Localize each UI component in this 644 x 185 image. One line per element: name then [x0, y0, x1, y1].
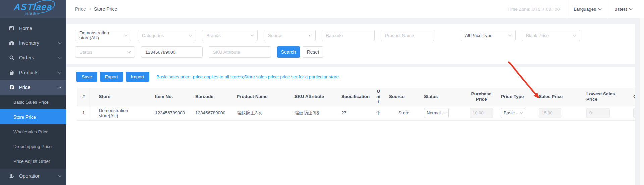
cell-purchase-price — [466, 106, 497, 120]
chevron-down-icon — [58, 174, 62, 177]
sidebar-item-label: Products — [19, 70, 59, 75]
blank-price-placeholder: Blank Price — [526, 33, 549, 38]
price-type-select[interactable]: All Price Type — [461, 30, 516, 41]
status-row-select[interactable]: Normal — [424, 108, 449, 118]
operation-user-icon — [9, 173, 14, 179]
source-placeholder: Source — [268, 33, 282, 38]
submenu-item-dropshipping-price[interactable]: Dropshipping Price — [0, 139, 66, 154]
breadcrumb-root[interactable]: Price — [75, 6, 86, 12]
breadcrumb-separator: > — [89, 6, 91, 12]
cell-sales-price — [535, 106, 582, 120]
product-name-input[interactable] — [381, 30, 434, 41]
timezone-label: Time Zone: UTC + 08 : 00 — [507, 7, 567, 12]
save-button[interactable]: Save — [76, 72, 97, 82]
price-hint-text: Basic sales price: price applies to all … — [156, 74, 339, 79]
cut-price-input — [633, 108, 635, 118]
brands-select[interactable]: Brands — [202, 30, 258, 41]
chevron-down-icon — [573, 33, 576, 37]
sidebar-item-operation[interactable]: Operation — [0, 169, 66, 183]
submenu-item-label: Wholesales Price — [13, 129, 48, 134]
sales-price-input — [539, 108, 561, 118]
cell-sku-attribute: 驱蚊防虫3段 — [290, 106, 337, 120]
col-header-status: Status — [420, 88, 466, 106]
export-button[interactable]: Export — [100, 72, 123, 82]
filter-panel: Demonstration store(AU) Categories Brand… — [65, 24, 635, 64]
chevron-up-icon — [58, 86, 62, 90]
sidebar-item-label: Inventory — [19, 40, 59, 46]
sidebar-item-label: Home — [19, 26, 61, 31]
chevron-down-icon — [124, 33, 128, 37]
submenu-item-store-price[interactable]: Store Price — [0, 109, 66, 124]
col-header-price-type: Price Type — [497, 88, 535, 106]
languages-menu[interactable]: Languages — [567, 0, 608, 18]
sidebar-item-orders[interactable]: Orders — [0, 50, 66, 65]
reset-button[interactable]: Reset — [303, 46, 323, 58]
lowest-sales-price-input — [586, 108, 610, 118]
col-header-lowest-sales-price: Lowest Sales Price — [582, 88, 629, 106]
item-no-input[interactable] — [141, 46, 203, 58]
col-header-store: Store — [90, 88, 151, 106]
actions-bar: Save Export Import Basic sales price: pr… — [65, 67, 635, 82]
cell-specification: 27 — [337, 106, 372, 120]
breadcrumb-current: Store Price — [94, 6, 117, 12]
topbar: Price > Store Price Time Zone: UTC + 08 … — [66, 0, 644, 18]
sidebar-item-price[interactable]: Price — [0, 80, 66, 95]
submenu-item-wholesales-price[interactable]: Wholesales Price — [0, 124, 66, 139]
col-header-sku-attribute: SKU Attribute — [290, 88, 337, 106]
col-header-barcode: Barcode — [191, 88, 233, 106]
col-header-unit: Unit — [372, 88, 385, 106]
table-row: 1 Demonstration store(AU) 123456789000 1… — [77, 106, 635, 120]
languages-label: Languages — [574, 7, 596, 12]
username-label: ustest — [615, 7, 627, 12]
store-select[interactable]: Demonstration store(AU) — [75, 30, 131, 41]
sku-attribute-input[interactable] — [209, 46, 271, 58]
search-button[interactable]: Search — [277, 46, 300, 58]
sidebar: ASTIaea 阿斯米亚 Home Inventory Orders — [0, 0, 66, 185]
search-orders-icon — [9, 55, 14, 61]
chevron-down-icon — [520, 111, 523, 114]
chevron-down-icon — [309, 33, 312, 37]
status-select[interactable]: Status — [75, 46, 135, 58]
col-header-specification: Specification — [337, 88, 372, 106]
cell-barcode: 123456789000 — [191, 106, 233, 120]
filter-row-1: Demonstration store(AU) Categories Brand… — [65, 24, 635, 41]
chevron-down-icon — [189, 33, 192, 37]
sidebar-item-label: Price — [19, 85, 59, 90]
import-button[interactable]: Import — [126, 72, 149, 82]
status-placeholder: Status — [79, 50, 92, 55]
price-submenu: Basic Sales Price Store Price Wholesales… — [0, 95, 66, 169]
page-scrollbar[interactable] — [639, 18, 644, 185]
chevron-down-icon — [58, 41, 62, 44]
cell-item-no: 123456789000 — [151, 106, 191, 120]
chevron-down-icon — [444, 111, 446, 114]
price-tag-icon — [9, 85, 14, 90]
home-chart-icon — [9, 26, 14, 31]
purchase-price-input — [470, 108, 493, 118]
content-panel: Save Export Import Basic sales price: pr… — [65, 67, 635, 185]
sidebar-item-home[interactable]: Home — [0, 21, 66, 36]
submenu-item-basic-sales-price[interactable]: Basic Sales Price — [0, 95, 66, 109]
categories-select[interactable]: Categories — [138, 30, 196, 41]
submenu-item-label: Price Adjust Order — [13, 159, 50, 164]
cell-store: Demonstration store(AU) — [90, 106, 151, 120]
price-type-row-select[interactable]: Basic ... — [501, 108, 525, 118]
submenu-item-label: Dropshipping Price — [13, 144, 52, 149]
chevron-down-icon — [128, 50, 131, 53]
brand-logo[interactable]: ASTIaea 阿斯米亚 — [0, 0, 66, 18]
col-header-index: # — [77, 88, 90, 106]
cell-unit: 个 — [372, 106, 385, 120]
chevron-down-icon — [508, 33, 512, 37]
col-header-product-name: Product Name — [233, 88, 290, 106]
breadcrumb: Price > Store Price — [75, 6, 117, 12]
blank-price-select[interactable]: Blank Price — [522, 30, 580, 41]
submenu-item-price-adjust-order[interactable]: Price Adjust Order — [0, 154, 66, 169]
cell-index: 1 — [77, 106, 90, 120]
chevron-down-icon — [629, 7, 633, 10]
sidebar-item-inventory[interactable]: Inventory — [0, 36, 66, 50]
store-select-value: Demonstration store(AU) — [79, 30, 122, 40]
user-menu[interactable]: ustest — [608, 0, 639, 18]
source-select[interactable]: Source — [264, 30, 316, 41]
barcode-input[interactable] — [322, 30, 375, 41]
cell-product-name: 驱蚊防虫3段 — [233, 106, 290, 120]
sidebar-item-products[interactable]: Products — [0, 65, 66, 80]
